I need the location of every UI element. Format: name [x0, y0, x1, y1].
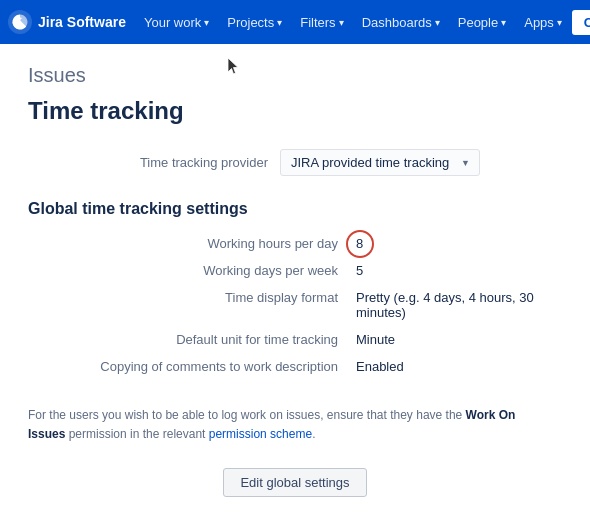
edit-global-settings-button[interactable]: Edit global settings — [223, 468, 366, 497]
setting-row-hours: Working hours per day 8 — [68, 236, 562, 251]
chevron-down-icon: ▾ — [204, 17, 209, 28]
app-logo[interactable]: Jira Software — [8, 10, 126, 34]
provider-row: Time tracking provider JIRA provided tim… — [68, 149, 562, 176]
setting-value-unit: Minute — [356, 332, 395, 347]
setting-value-copying: Enabled — [356, 359, 404, 374]
nav-filters[interactable]: Filters ▾ — [292, 11, 351, 34]
nav-your-work[interactable]: Your work ▾ — [136, 11, 217, 34]
chevron-down-icon: ▾ — [339, 17, 344, 28]
setting-row-unit: Default unit for time tracking Minute — [68, 332, 562, 347]
provider-label: Time tracking provider — [68, 155, 268, 170]
info-text: For the users you wish to be able to log… — [28, 406, 518, 444]
setting-label-days: Working days per week — [68, 263, 338, 278]
nav-apps-label: Apps — [524, 15, 554, 30]
info-text-after: permission in the relevant — [65, 427, 208, 441]
setting-row-format: Time display format Pretty (e.g. 4 days,… — [68, 290, 562, 320]
nav-projects[interactable]: Projects ▾ — [219, 11, 290, 34]
setting-label-format: Time display format — [68, 290, 338, 305]
page-title: Time tracking — [28, 97, 562, 125]
setting-value-format: Pretty (e.g. 4 days, 4 hours, 30 minutes… — [356, 290, 562, 320]
chevron-down-icon: ▾ — [557, 17, 562, 28]
setting-label-unit: Default unit for time tracking — [68, 332, 338, 347]
provider-select-wrapper[interactable]: JIRA provided time tracking — [280, 149, 480, 176]
nav-dashboards[interactable]: Dashboards ▾ — [354, 11, 448, 34]
nav-apps[interactable]: Apps ▾ — [516, 11, 570, 34]
nav-your-work-label: Your work — [144, 15, 201, 30]
chevron-down-icon: ▾ — [501, 17, 506, 28]
setting-value-hours: 8 — [356, 236, 363, 251]
settings-table: Working hours per day 8 Working days per… — [68, 236, 562, 374]
setting-row-days: Working days per week 5 — [68, 263, 562, 278]
setting-label-copying: Copying of comments to work description — [68, 359, 338, 374]
permission-scheme-link[interactable]: permission scheme — [209, 427, 312, 441]
info-text-end: . — [312, 427, 315, 441]
create-button[interactable]: Create — [572, 10, 590, 35]
navigation-bar: Jira Software Your work ▾ Projects ▾ Fil… — [0, 0, 590, 44]
info-text-before: For the users you wish to be able to log… — [28, 408, 466, 422]
setting-row-copying: Copying of comments to work description … — [68, 359, 562, 374]
chevron-down-icon: ▾ — [435, 17, 440, 28]
nav-filters-label: Filters — [300, 15, 335, 30]
setting-value-days: 5 — [356, 263, 363, 278]
logo-text: Jira Software — [38, 14, 126, 30]
provider-select[interactable]: JIRA provided time tracking — [280, 149, 480, 176]
chevron-down-icon: ▾ — [277, 17, 282, 28]
nav-people[interactable]: People ▾ — [450, 11, 514, 34]
nav-projects-label: Projects — [227, 15, 274, 30]
nav-dashboards-label: Dashboards — [362, 15, 432, 30]
nav-people-label: People — [458, 15, 498, 30]
section-title: Global time tracking settings — [28, 200, 562, 218]
setting-label-hours: Working hours per day — [68, 236, 338, 251]
main-content: Issues Time tracking Time tracking provi… — [0, 44, 590, 516]
breadcrumb: Issues — [28, 64, 562, 87]
